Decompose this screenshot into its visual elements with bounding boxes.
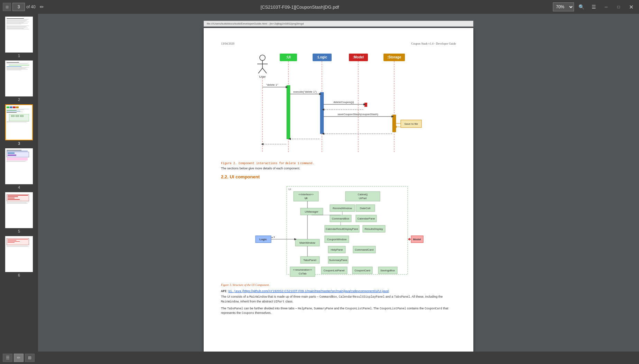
main-area: 1 2 bbox=[0, 14, 639, 352]
thumb-img-2 bbox=[5, 60, 33, 96]
edit-button[interactable]: ✏ bbox=[37, 2, 47, 12]
svg-line-4 bbox=[262, 68, 267, 73]
svg-text:CommandBox: CommandBox bbox=[332, 217, 350, 220]
annotate-button[interactable]: ✏ bbox=[14, 354, 24, 362]
path-bar: file:///Users/build/docs/build/Developer… bbox=[204, 21, 473, 27]
svg-text:<<enumeration>>: <<enumeration>> bbox=[293, 269, 312, 271]
svg-text::Storage: :Storage bbox=[387, 55, 401, 59]
svg-text:CommandCard: CommandCard bbox=[355, 248, 373, 251]
svg-point-0 bbox=[260, 55, 265, 60]
svg-text:SavingsBox: SavingsBox bbox=[380, 269, 395, 272]
thumbnail-3[interactable]: 3 bbox=[1, 104, 37, 146]
thumb-num-5: 5 bbox=[18, 229, 20, 233]
svg-line-3 bbox=[258, 68, 262, 73]
document-title: [CS2103T-F09-1][CouponStash]DG.pdf bbox=[49, 4, 551, 10]
svg-text:UIPart: UIPart bbox=[359, 197, 367, 200]
page-title: Coupon Stash v1.4 - Developer Guide bbox=[411, 42, 456, 45]
top-toolbar: ⊞ of 40 ✏ [CS2103T-F09-1][CouponStash]DG… bbox=[0, 0, 639, 14]
page-date: 13/04/2020 bbox=[221, 42, 234, 45]
svg-text:HelpPane: HelpPane bbox=[331, 248, 343, 251]
svg-text:CouponCard: CouponCard bbox=[354, 269, 370, 272]
svg-text:"delete 1": "delete 1" bbox=[266, 83, 278, 86]
thumb-img-5 bbox=[5, 192, 33, 228]
svg-text:CalendarPane: CalendarPane bbox=[357, 217, 375, 220]
svg-text:saveCouponStash(couponStash): saveCouponStash(couponStash) bbox=[337, 113, 378, 116]
thumb-num-3: 3 bbox=[18, 141, 20, 146]
sidebar-thumbnails: 1 2 bbox=[0, 14, 38, 352]
svg-text:TabsPanel: TabsPanel bbox=[303, 259, 316, 262]
api-link[interactable]: Ui.java (https://github.com/AY1920S2-CS2… bbox=[228, 289, 389, 293]
thumb-num-2: 2 bbox=[18, 97, 20, 102]
svg-text:UI: UI bbox=[288, 188, 291, 191]
thumb-img-4 bbox=[5, 148, 33, 184]
pdf-page-3: 13/04/2020 Coupon Stash v1.4 - Developer… bbox=[204, 28, 473, 352]
svg-text:execute("delete 1"): execute("delete 1") bbox=[293, 90, 317, 93]
thumbnail-6[interactable]: 6 bbox=[1, 236, 37, 277]
search-button[interactable]: 🔍 bbox=[576, 2, 586, 12]
svg-text::UI: :UI bbox=[286, 55, 291, 59]
thumbnail-5[interactable]: 5 bbox=[1, 192, 37, 233]
svg-text:CouponListPanel: CouponListPanel bbox=[324, 269, 345, 272]
svg-text:<<Interface>>: <<Interface>> bbox=[298, 193, 314, 196]
svg-text:CsTab: CsTab bbox=[299, 272, 307, 275]
svg-text:Logic: Logic bbox=[259, 238, 267, 241]
class-diagram-svg: UI <<Interface>> UI Cabinet() UIPart UIM… bbox=[252, 183, 425, 280]
maximize-button[interactable]: □ bbox=[613, 2, 624, 12]
api-label: API bbox=[221, 290, 226, 293]
svg-text:DateCell: DateCell bbox=[360, 207, 371, 210]
close-button[interactable]: ✕ bbox=[626, 2, 636, 12]
sequence-diagram-container: User :UI :Logic :Model :Storage bbox=[221, 51, 456, 158]
svg-text:ResultsDisplay: ResultsDisplay bbox=[365, 227, 383, 231]
svg-text:UIManager: UIManager bbox=[305, 210, 318, 213]
svg-text::Model: :Model bbox=[353, 55, 364, 59]
api-text: API: Ui.java (https://github.com/AY1920S… bbox=[221, 289, 456, 293]
thumb-img-6 bbox=[5, 236, 33, 272]
thumbnail-2[interactable]: 2 bbox=[1, 60, 37, 102]
svg-text:CouponWindow: CouponWindow bbox=[327, 238, 347, 241]
sections-description: The sections below give more details of … bbox=[221, 167, 456, 170]
minimize-button[interactable]: ─ bbox=[601, 2, 611, 12]
menu-button[interactable]: ☰ bbox=[589, 2, 599, 12]
thumbnail-4[interactable]: 4 bbox=[1, 148, 37, 189]
thumb-num-1: 1 bbox=[18, 54, 20, 58]
thumb-num-6: 6 bbox=[18, 273, 20, 277]
page-total: of 40 bbox=[26, 4, 36, 9]
page-header: 13/04/2020 Coupon Stash v1.4 - Developer… bbox=[221, 42, 456, 45]
bottom-toolbar: ☰ ✏ ⊞ bbox=[0, 352, 639, 364]
pdf-viewer[interactable]: file:///Users/build/docs/build/Developer… bbox=[38, 14, 639, 352]
svg-text:MainWindow: MainWindow bbox=[299, 241, 315, 244]
svg-text:deleteCoupon(p): deleteCoupon(p) bbox=[333, 101, 354, 104]
figure2-caption: Figure 2. Component interactions for del… bbox=[221, 161, 456, 165]
thumbnail-1[interactable]: 1 bbox=[1, 17, 37, 58]
sequence-diagram-svg: User :UI :Logic :Model :Storage bbox=[249, 51, 428, 158]
body-text-1: The UI consists of a MainWindow that is … bbox=[221, 295, 456, 304]
svg-rect-22 bbox=[392, 115, 396, 132]
toolbar-right: 70% 50% 60% 75% 80% 90% 100% 🔍 ☰ ─ □ ✕ bbox=[553, 2, 636, 12]
svg-text:Save to file: Save to file bbox=[404, 122, 418, 125]
svg-text:▲▼: ▲▼ bbox=[271, 236, 275, 238]
svg-text:Model: Model bbox=[413, 238, 421, 241]
svg-rect-19 bbox=[287, 85, 290, 139]
app-icon: ⊞ bbox=[3, 3, 11, 11]
thumb-img-1 bbox=[5, 17, 33, 53]
toolbar-left: ⊞ of 40 ✏ bbox=[3, 2, 47, 12]
thumb-num-4: 4 bbox=[18, 185, 20, 189]
figure3-caption: Figure 3. Structure of the UI Component. bbox=[221, 283, 456, 287]
page-number-input[interactable] bbox=[12, 3, 25, 11]
body-text-2: The TabsPanel can be further divided int… bbox=[221, 306, 456, 316]
section-22-heading: 2.2. UI component bbox=[221, 174, 456, 179]
class-diagram-container: UI <<Interface>> UI Cabinet() UIPart UIM… bbox=[221, 183, 456, 280]
svg-text:Cabinet(): Cabinet() bbox=[358, 193, 368, 196]
thumb-img-3 bbox=[5, 104, 33, 140]
svg-text:SummaryPane: SummaryPane bbox=[329, 259, 348, 262]
svg-text::Logic: :Logic bbox=[317, 55, 327, 59]
zoom-select[interactable]: 70% 50% 60% 75% 80% 90% 100% bbox=[553, 2, 574, 11]
thumbnails-button[interactable]: ☰ bbox=[3, 354, 12, 362]
svg-text:UI: UI bbox=[305, 197, 307, 200]
grid-button[interactable]: ⊞ bbox=[25, 354, 35, 362]
svg-text:RemindWindow: RemindWindow bbox=[333, 207, 352, 210]
svg-marker-47 bbox=[261, 143, 263, 145]
svg-rect-20 bbox=[320, 92, 324, 134]
svg-text:CalendarResultDisplayPane: CalendarResultDisplayPane bbox=[326, 227, 358, 231]
